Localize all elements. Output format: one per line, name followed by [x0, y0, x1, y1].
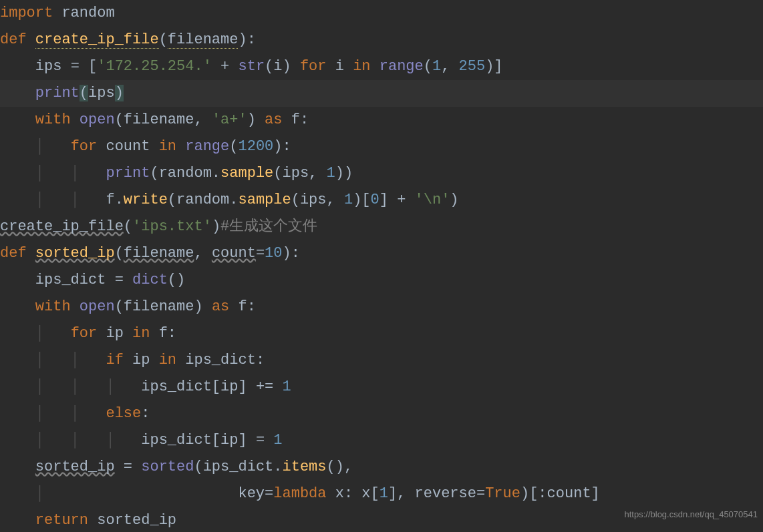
stmt: ips_dict[ip] = [141, 432, 273, 449]
fn-sample: sample [238, 192, 291, 208]
kw-for: for [71, 325, 98, 342]
fn-call-create-ip-file: create_ip_file [0, 218, 124, 235]
txt: (filename) [115, 298, 212, 315]
eq: = [115, 459, 142, 475]
watermark: https://blog.csdn.net/qq_45070541 [625, 501, 758, 528]
builtin-range: range [185, 138, 229, 155]
txt: (ips, [273, 165, 326, 182]
id-ips-dict: ips_dict = [35, 272, 132, 288]
id-ip: ip [124, 352, 159, 368]
builtin-range: range [379, 58, 424, 75]
kw-if: if [106, 352, 123, 368]
num-1: 1 [273, 432, 282, 449]
id-sorted-ip: sorted_ip [35, 459, 115, 475]
kw-in: in [353, 58, 370, 75]
kw-in: in [159, 352, 176, 368]
builtin-open: open [80, 111, 115, 128]
builtin-open: open [80, 298, 115, 315]
kw-return: return [35, 512, 88, 529]
kwarg-key: key [238, 485, 265, 502]
num-10: 10 [265, 245, 282, 262]
id-ips-dict: ips_dict: [176, 352, 265, 368]
txt: )[ [353, 192, 370, 208]
kw-import: import [0, 5, 53, 21]
str-ips-txt: 'ips.txt' [132, 218, 212, 235]
code-block: import random def create_ip_file(filenam… [0, 0, 763, 532]
txt: (ips_dict. [194, 459, 282, 475]
txt: ) [247, 111, 265, 128]
close: ): [273, 138, 291, 155]
kw-with: with [35, 298, 71, 315]
builtin-print: print [106, 165, 150, 182]
comma: , [441, 58, 458, 75]
id-ip: ip [97, 325, 132, 342]
fn-create-ip-file: create_ip_file [35, 31, 159, 49]
num-1200: 1200 [238, 138, 273, 155]
op-eq: = [71, 58, 88, 75]
num-0: 0 [371, 192, 379, 208]
fn-items: items [283, 459, 327, 475]
num-1: 1 [282, 378, 291, 395]
kw-def: def [0, 245, 27, 262]
txt: (filename, [115, 111, 212, 128]
current-line: print(ips) [0, 80, 763, 107]
num-1: 1 [344, 192, 353, 208]
parens: () [168, 272, 185, 288]
op-plus: + [212, 58, 239, 75]
fn-write: write [124, 192, 168, 208]
kw-def: def [0, 31, 27, 48]
close: ) [212, 218, 220, 235]
txt: ], [388, 485, 415, 502]
txt: ] + [379, 192, 415, 208]
close: ) [450, 192, 458, 208]
kw-as: as [212, 298, 229, 315]
id-sorted-ip: sorted_ip [88, 512, 176, 529]
eq: = [265, 485, 273, 502]
txt: x: x[ [327, 485, 379, 502]
hl-paren-open: ( [80, 85, 88, 101]
num-1: 1 [327, 165, 335, 182]
txt: (i) [265, 58, 300, 75]
txt: (), [327, 459, 353, 475]
eq: = [476, 485, 485, 502]
param-filename: filename [168, 31, 239, 49]
kw-lambda: lambda [273, 485, 326, 502]
txt: )[:count] [520, 485, 600, 502]
stmt: ips_dict[ip] += [141, 378, 282, 395]
id-ips: ips [88, 85, 115, 101]
kw-with: with [35, 111, 71, 128]
fn-sample: sample [220, 165, 273, 182]
str-mode: 'a+' [212, 111, 247, 128]
eq: = [256, 245, 265, 262]
num-1: 1 [432, 58, 441, 75]
builtin-print: print [35, 85, 80, 101]
id-ips: ips [35, 58, 71, 75]
num-255: 255 [459, 58, 486, 75]
paren: ( [124, 218, 132, 235]
hl-paren-close: ) [115, 85, 124, 101]
colon: : [141, 405, 150, 422]
txt: (ips, [291, 192, 344, 208]
paren: ( [229, 138, 238, 155]
id-i: i [327, 58, 353, 75]
num-1: 1 [379, 485, 388, 502]
kw-else: else [106, 405, 141, 422]
param-count: count [212, 245, 256, 262]
builtin-dict: dict [132, 272, 168, 288]
txt: (random. [150, 165, 220, 182]
close: )) [335, 165, 353, 182]
kw-in: in [159, 138, 176, 155]
comment: #生成这个文件 [220, 218, 317, 235]
kw-for: for [71, 138, 98, 155]
kwarg-reverse: reverse [415, 485, 476, 502]
id-f: f: [150, 325, 176, 342]
str-ip-prefix: '172.25.254.' [97, 58, 212, 75]
id-f: f. [106, 192, 123, 208]
kw-for: for [300, 58, 327, 75]
kw-in: in [132, 325, 150, 342]
const-true: True [485, 485, 520, 502]
id-f: f: [283, 111, 309, 128]
paren: ( [424, 58, 432, 75]
builtin-str: str [238, 58, 265, 75]
mod-random: random [53, 5, 114, 21]
